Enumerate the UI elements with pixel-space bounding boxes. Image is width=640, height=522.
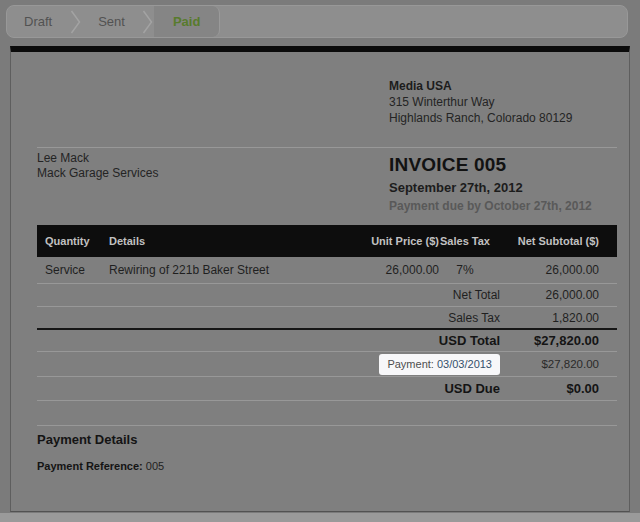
header-divider [37,147,617,148]
usd-due-label: USD Due [37,381,500,396]
payment-reference-value: 005 [146,460,164,472]
cell-sales-tax: 7% [439,264,491,276]
table-header-row: Quantity Details Unit Price ($) Sales Ta… [37,225,617,257]
invoice-due-note: Payment due by October 27th, 2012 [389,199,592,213]
line-items-table: Quantity Details Unit Price ($) Sales Ta… [37,225,617,401]
company-name: Media USA [389,78,572,94]
client-address-block: Lee Mack Mack Garage Services [37,151,158,181]
client-name: Lee Mack [37,151,158,166]
summary-row-net-total: Net Total 26,000.00 [37,284,617,307]
cell-quantity: Service [37,263,109,277]
header-sales-tax: Sales Tax [439,235,491,247]
chevron-right-icon [142,6,154,37]
company-address-line2: Highlands Ranch, Colorado 80129 [389,110,572,126]
header-quantity: Quantity [37,235,109,247]
client-organization: Mack Garage Services [37,166,158,181]
cell-unit-price: 26,000.00 [334,263,439,277]
tab-draft-label: Draft [24,14,52,29]
tab-sent-label: Sent [98,14,125,29]
summary-row-usd-due: USD Due $0.00 [37,377,617,401]
net-total-label: Net Total [37,288,500,302]
invoice-status-tab-bar: Draft Sent Paid [6,5,628,38]
header-unit-price: Unit Price ($) [334,235,439,247]
payment-reference: Payment Reference: 005 [37,460,164,472]
tab-paid[interactable]: Paid [154,6,220,37]
tab-draft[interactable]: Draft [7,6,69,37]
sales-tax-label: Sales Tax [37,311,500,325]
invoice-title: INVOICE 005 [389,154,592,176]
cell-details: Rewiring of 221b Baker Street [109,263,334,277]
header-net-subtotal: Net Subtotal ($) [491,235,617,247]
payment-chip-wrap: Payment: 03/03/2013 [37,354,500,375]
chevron-right-icon [69,6,81,37]
summary-row-usd-total: USD Total $27,820.00 [37,330,617,352]
company-address-block: Media USA 315 Winterthur Way Highlands R… [389,78,572,126]
invoice-header: INVOICE 005 September 27th, 2012 Payment… [389,154,592,213]
usd-total-label: USD Total [37,333,500,348]
cell-net-subtotal: 26,000.00 [491,263,617,277]
sales-tax-value: 1,820.00 [500,311,617,325]
table-row: Service Rewiring of 221b Baker Street 26… [37,257,617,284]
payment-date[interactable]: 03/03/2013 [437,358,492,370]
footer-divider [37,425,617,426]
summary-row-payment: Payment: 03/03/2013 $27,820.00 [37,352,617,377]
invoice-date: September 27th, 2012 [389,180,592,195]
company-address-line1: 315 Winterthur Way [389,94,572,110]
payment-date-link[interactable]: Payment: 03/03/2013 [379,354,500,375]
payment-label: Payment: [387,358,433,370]
payment-details-heading: Payment Details [37,432,137,447]
usd-due-value: $0.00 [500,381,617,396]
payment-value: $27,820.00 [500,358,617,370]
net-total-value: 26,000.00 [500,288,617,302]
header-details: Details [109,235,334,247]
invoice-document: Media USA 315 Winterthur Way Highlands R… [10,46,630,512]
summary-row-sales-tax: Sales Tax 1,820.00 [37,307,617,330]
tab-paid-label: Paid [173,14,200,29]
payment-reference-label: Payment Reference: [37,460,143,472]
background-strip [0,513,640,522]
tab-sent[interactable]: Sent [81,6,142,37]
usd-total-value: $27,820.00 [500,333,617,348]
